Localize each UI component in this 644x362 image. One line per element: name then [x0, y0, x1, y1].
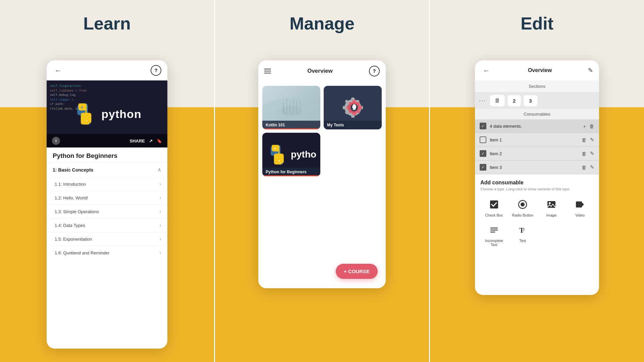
- section-2-button[interactable]: 2: [507, 95, 521, 106]
- info-icon[interactable]: i: [52, 137, 60, 145]
- svg-rect-26: [346, 106, 349, 109]
- sections-toolbar: ··· 🗑 2 3: [475, 92, 599, 109]
- share-label: SHARE: [129, 138, 145, 143]
- consumable-row: Item 1 🗑 ✎: [475, 133, 599, 147]
- svg-rect-10: [297, 102, 297, 115]
- incomplete-text-type[interactable]: Incomplete Text: [480, 222, 508, 250]
- edit-item-2-button[interactable]: ✎: [590, 150, 594, 157]
- chevron-right-icon: ›: [160, 195, 161, 201]
- text-type[interactable]: T r Text: [509, 222, 537, 250]
- share-area[interactable]: SHARE ↗ 🔖: [129, 138, 162, 143]
- python-course-card[interactable]: pytho Python for Beginners: [262, 133, 320, 176]
- edit-overview-label: Overview: [528, 67, 552, 73]
- kotlin-course-card[interactable]: Kotlin 101: [262, 86, 320, 129]
- check-box-label: Check Box: [485, 213, 503, 217]
- course-title: Python for Beginners: [47, 147, 167, 162]
- red-underline-2: [262, 175, 320, 176]
- bookmark-icon: 🔖: [157, 138, 162, 143]
- delete-item-2-button[interactable]: 🗑: [582, 151, 587, 157]
- lesson-item[interactable]: 1.5: Exponentiation ›: [47, 232, 167, 246]
- svg-point-3: [86, 120, 87, 121]
- chapter-chevron-icon: ∧: [157, 167, 161, 173]
- lesson-label: 1.4: Data Types: [55, 223, 85, 228]
- course-image: self.fingerprints self.logdupes = from s…: [47, 80, 167, 147]
- python-logo-icon: [72, 102, 96, 126]
- svg-text:r: r: [523, 227, 525, 232]
- svg-point-4: [276, 107, 307, 122]
- consumable-row: ✓ Item 3 🗑 ✎: [475, 161, 599, 174]
- consumable-header-row: ✓ 4 data elements. + 🗑: [475, 119, 599, 133]
- delete-header-button[interactable]: 🗑: [589, 123, 594, 129]
- lesson-item[interactable]: 1.3: Simple Operations ›: [47, 204, 167, 218]
- svg-rect-34: [354, 104, 355, 106]
- sections-label: Sections: [475, 80, 599, 92]
- red-underline: [262, 128, 320, 129]
- lesson-label: 1.2: Hello, World!: [55, 195, 88, 200]
- kotlin-bg-image: [275, 93, 308, 123]
- chevron-right-icon: ›: [160, 181, 161, 187]
- svg-marker-44: [582, 202, 584, 206]
- svg-rect-47: [490, 232, 495, 233]
- text-label: Text: [519, 239, 526, 243]
- radio-button-icon: [518, 200, 527, 211]
- consumable-row: ✓ Item 2 🗑 ✎: [475, 147, 599, 161]
- svg-rect-35: [353, 108, 356, 110]
- item-1-label: Item 1: [490, 137, 578, 142]
- delete-item-1-button[interactable]: 🗑: [582, 137, 587, 143]
- chevron-right-icon: ›: [160, 208, 161, 215]
- item-3-label: Item 3: [490, 165, 578, 170]
- lesson-item[interactable]: 1.4: Data Types ›: [47, 218, 167, 232]
- lesson-label: 1.5: Exponentiation: [55, 237, 92, 242]
- chapter-header[interactable]: 1: Basic Concepts ∧: [47, 162, 167, 177]
- edit-pencil-button[interactable]: ✎: [588, 67, 593, 74]
- edit-back-button[interactable]: ←: [481, 65, 492, 76]
- svg-point-36: [274, 148, 276, 149]
- lesson-item[interactable]: 1.6: Quotiend and Reminder ›: [47, 246, 167, 259]
- lesson-item[interactable]: 1.2: Hello, World! ›: [47, 191, 167, 204]
- consumables-list: ✓ 4 data elements. + 🗑 Item 1 🗑 ✎: [475, 119, 599, 174]
- svg-rect-24: [353, 100, 356, 103]
- manage-title: Manage: [289, 13, 355, 34]
- help-button[interactable]: ?: [151, 65, 161, 76]
- svg-rect-43: [576, 201, 582, 207]
- python-card-icon: [266, 144, 288, 166]
- consumables-label: Consumables: [475, 109, 599, 119]
- image-type[interactable]: Image: [538, 196, 565, 221]
- add-course-label: + COURSE: [344, 268, 370, 274]
- video-icon: [575, 200, 585, 211]
- overview-label: Overview: [307, 68, 333, 74]
- learn-phone-header: ← ?: [47, 60, 167, 80]
- section-3-button[interactable]: 3: [524, 95, 537, 106]
- check-filled-2-icon: ✓: [480, 150, 486, 157]
- delete-section-button[interactable]: 🗑: [490, 95, 505, 106]
- my-tests-course-card[interactable]: My Tests: [324, 86, 382, 129]
- check-box-icon: [489, 200, 499, 211]
- hamburger-icon[interactable]: [264, 69, 271, 73]
- lesson-item[interactable]: 1.1: Introduction ›: [47, 177, 167, 191]
- add-item-button[interactable]: +: [583, 123, 586, 129]
- svg-rect-41: [547, 201, 555, 208]
- delete-item-3-button[interactable]: 🗑: [582, 165, 587, 170]
- edit-item-1-button[interactable]: ✎: [590, 137, 594, 143]
- edit-item-3-button[interactable]: ✎: [590, 164, 594, 170]
- edit-phone-header: ← Overview ✎: [475, 60, 599, 80]
- back-button[interactable]: ←: [53, 65, 63, 76]
- svg-rect-11: [300, 101, 301, 114]
- check-empty-icon: [480, 136, 486, 143]
- edit-title: Edit: [521, 13, 553, 34]
- my-tests-course-label: My Tests: [324, 121, 382, 129]
- course-grid: Kotlin 101: [258, 82, 386, 180]
- radio-button-type[interactable]: Radio Button: [509, 196, 537, 221]
- manage-phone-header: Overview ?: [258, 60, 386, 82]
- check-box-type[interactable]: Check Box: [480, 196, 508, 221]
- add-consumable-title: Add consumable: [480, 180, 594, 186]
- manage-help-button[interactable]: ?: [369, 66, 380, 76]
- video-type[interactable]: Video: [567, 196, 594, 221]
- my-tests-icon: [336, 91, 370, 124]
- python-text-logo: python: [101, 108, 141, 121]
- add-course-button[interactable]: + COURSE: [336, 264, 378, 279]
- svg-rect-45: [490, 228, 498, 229]
- svg-rect-7: [286, 99, 287, 114]
- text-icon: T r: [518, 225, 527, 237]
- section-dots: ···: [479, 97, 486, 104]
